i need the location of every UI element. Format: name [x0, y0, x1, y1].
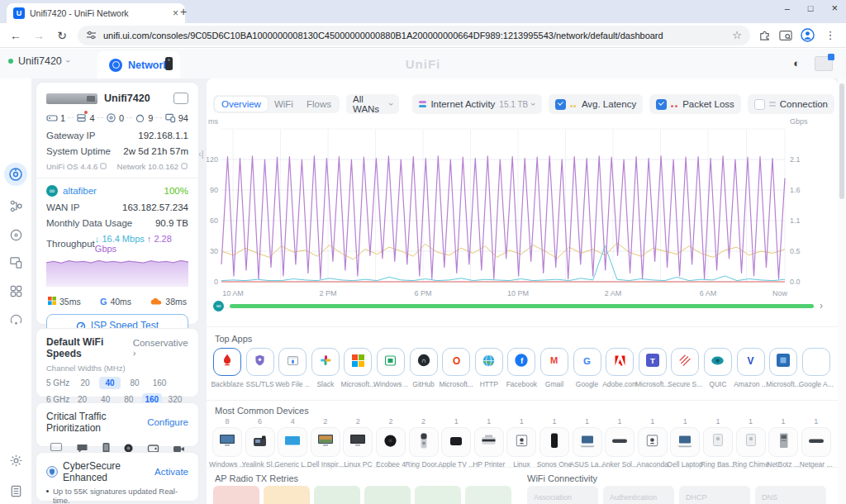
app-tile-prime[interactable]: V: [737, 348, 765, 376]
app-tile-hatch[interactable]: [671, 348, 699, 376]
count-switches[interactable]: 4: [76, 112, 94, 123]
app-tile-google-ring[interactable]: [802, 348, 830, 376]
device-tile[interactable]: [506, 427, 536, 457]
count-access-points[interactable]: 9: [135, 112, 153, 123]
app-tile-globe[interactable]: [475, 348, 503, 376]
window-close-button[interactable]: ×: [831, 2, 838, 14]
ap-radio-bar[interactable]: [314, 486, 360, 504]
sidebar-item-settings[interactable]: [4, 449, 27, 472]
new-tab-button[interactable]: +: [180, 5, 187, 18]
tab-wifi[interactable]: WiFi: [268, 97, 300, 112]
toggle-avg-latency[interactable]: Avg. Latency: [549, 94, 643, 114]
app-tile-slack[interactable]: [311, 348, 340, 376]
console-settings-icon[interactable]: [173, 93, 188, 104]
device-tile[interactable]: [245, 427, 275, 457]
device-tile[interactable]: [670, 427, 700, 457]
wifi-connectivity-bar-dns[interactable]: DNS: [755, 486, 826, 504]
sidebar-item-radios[interactable]: [4, 308, 27, 331]
checkbox[interactable]: [555, 99, 566, 110]
scrubber-range-bar[interactable]: [230, 304, 814, 308]
device-tile[interactable]: [474, 427, 504, 457]
panel-collapse-handle[interactable]: ‹|: [198, 149, 204, 159]
ap-radio-bar[interactable]: [213, 486, 259, 504]
sidebar-item-logs[interactable]: [4, 479, 27, 502]
chevron-right-icon[interactable]: ›: [820, 300, 823, 311]
timeline-scrubber[interactable]: ∞ ›: [213, 300, 823, 311]
copy-icon[interactable]: [100, 163, 107, 170]
theme-toggle-icon[interactable]: ◐: [793, 57, 800, 69]
wifi-speeds-mode-link[interactable]: Conservative ›: [133, 338, 188, 358]
reading-mode-icon[interactable]: [779, 30, 792, 41]
ap-radio-bar[interactable]: [364, 486, 411, 504]
app-tile-google[interactable]: G: [573, 348, 601, 376]
ap-radio-bar[interactable]: [415, 486, 461, 504]
app-tile-quic[interactable]: [704, 348, 732, 376]
device-tile[interactable]: [278, 427, 307, 457]
sidebar-item-unifi-devices[interactable]: [4, 223, 27, 246]
profile-avatar[interactable]: [801, 28, 815, 42]
count-clients[interactable]: 94: [164, 112, 188, 123]
extensions-icon[interactable]: [758, 29, 771, 41]
app-tile-window-blue[interactable]: [278, 348, 307, 376]
app-tile-adobe[interactable]: [606, 348, 634, 376]
back-button[interactable]: ←: [8, 29, 23, 42]
tab-flows[interactable]: Flows: [300, 97, 338, 112]
device-tile[interactable]: [409, 427, 439, 457]
width-chip-20[interactable]: 20: [74, 377, 96, 389]
device-tile[interactable]: [539, 427, 569, 457]
wifi-connectivity-bar-association[interactable]: Association: [527, 486, 598, 504]
count-gateways[interactable]: 1: [46, 113, 65, 123]
app-tile-teams[interactable]: T: [639, 348, 667, 376]
forward-button[interactable]: →: [31, 29, 46, 42]
device-tile[interactable]: [605, 427, 634, 457]
window-minimize-button[interactable]: –: [785, 3, 790, 13]
wifi-connectivity-bar-authentication[interactable]: Authentication: [603, 486, 674, 504]
app-tile-flame[interactable]: [213, 348, 241, 376]
app-tile-window-green[interactable]: [377, 348, 405, 376]
device-tile[interactable]: [212, 427, 242, 457]
device-tile[interactable]: [801, 427, 831, 457]
device-tile[interactable]: [343, 427, 373, 457]
scrollbar[interactable]: [838, 78, 846, 504]
count-other-devices[interactable]: 0: [106, 112, 124, 123]
device-tile[interactable]: [736, 427, 766, 457]
device-tile[interactable]: [638, 427, 668, 457]
sidebar-item-clients[interactable]: [4, 250, 27, 273]
site-settings-icon[interactable]: [86, 30, 97, 40]
tab-close-icon[interactable]: ×: [173, 7, 178, 19]
device-tile[interactable]: [768, 427, 798, 457]
width-chip-40[interactable]: 40: [99, 377, 121, 389]
wan-select[interactable]: All WANs›: [346, 94, 399, 114]
tab-overview[interactable]: Overview: [215, 97, 268, 112]
app-tile-ms-squares[interactable]: [344, 348, 372, 376]
address-bar[interactable]: unifi.ui.com/consoles/9C05D6C10BA1000000…: [78, 26, 750, 45]
bookmark-star-icon[interactable]: ☆: [732, 29, 742, 41]
toggle-packet-loss[interactable]: Packet Loss: [649, 94, 741, 114]
app-tile-facebook[interactable]: f: [507, 348, 535, 376]
width-chip-160[interactable]: 160: [149, 377, 170, 389]
device-tile[interactable]: [573, 427, 602, 457]
wifi-connectivity-bar-dhcp[interactable]: DHCP: [679, 486, 750, 504]
browser-tab[interactable]: U Unifi7420 - UniFi Network ×: [7, 3, 185, 23]
app-tile-ms-blue[interactable]: [769, 348, 797, 376]
checkbox[interactable]: [754, 99, 765, 110]
cybersecure-activate-link[interactable]: Activate: [154, 467, 188, 477]
screenshot-chip-icon[interactable]: [815, 56, 833, 71]
sidebar-item-topology[interactable]: [4, 194, 27, 217]
width-chip-80[interactable]: 80: [124, 377, 145, 389]
app-tile-shield[interactable]: [246, 348, 274, 376]
device-tile[interactable]: [311, 427, 340, 457]
device-tile[interactable]: [703, 427, 733, 457]
window-maximize-button[interactable]: □: [808, 3, 814, 13]
isp-name-link[interactable]: altafiber: [63, 186, 164, 196]
device-tile[interactable]: [441, 427, 471, 457]
device-tile[interactable]: [376, 427, 406, 457]
browser-menu-icon[interactable]: ⋮: [823, 29, 838, 41]
checkbox[interactable]: [656, 99, 667, 110]
sidebar-item-dashboard[interactable]: [4, 163, 27, 186]
toggle-connection[interactable]: Connection: [748, 94, 834, 114]
app-tile-gmail[interactable]: M: [540, 348, 568, 376]
ctp-configure-link[interactable]: Configure: [147, 417, 188, 427]
ap-radio-bar[interactable]: [264, 486, 310, 504]
app-tile-office[interactable]: O: [442, 348, 470, 376]
